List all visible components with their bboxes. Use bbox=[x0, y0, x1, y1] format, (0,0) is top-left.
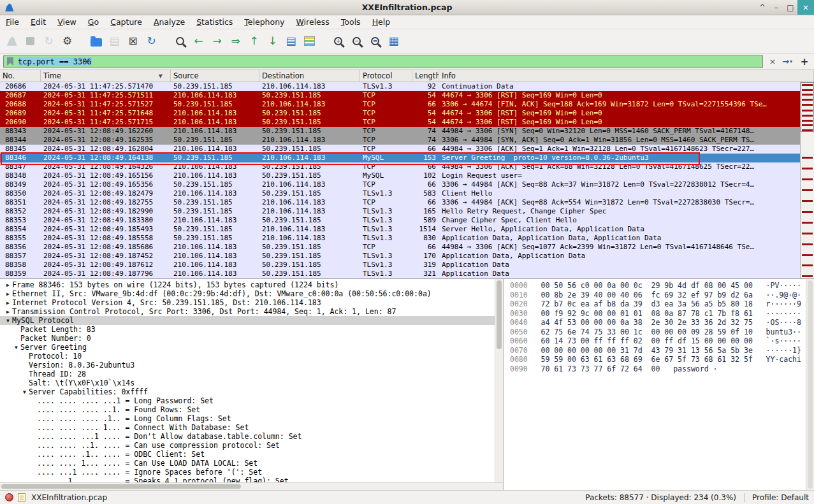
filter-clear-button[interactable]: × bbox=[766, 55, 779, 68]
details-vertical-scrollbar[interactable] bbox=[495, 279, 503, 482]
go-forward-button[interactable]: → bbox=[208, 32, 226, 50]
detail-line[interactable]: ▶Ethernet II, Src: VMware_9b:4d:df (00:0… bbox=[0, 289, 503, 298]
detail-line[interactable]: Packet Number: 0 bbox=[0, 334, 503, 343]
close-file-button[interactable]: ⊠ bbox=[124, 32, 142, 50]
packet-row[interactable]: 206902024-05-31 11:47:25.571715210.106.1… bbox=[0, 118, 800, 127]
packet-row[interactable]: 883552024-05-31 12:08:49.18555850.239.15… bbox=[0, 234, 800, 243]
collapse-icon[interactable]: ▼ bbox=[4, 316, 12, 325]
menu-item-wireless[interactable]: Wireless bbox=[291, 16, 335, 28]
go-to-packet-button[interactable]: ⇒ bbox=[226, 32, 245, 50]
hex-row[interactable]: 0070 00 00 00 00 00 00 31 7d 43 79 31 13… bbox=[510, 346, 805, 356]
stop-capture-button[interactable] bbox=[21, 32, 40, 50]
packet-row[interactable]: 883582024-05-31 12:08:49.187612210.106.1… bbox=[0, 261, 800, 270]
packet-row[interactable]: 883462024-05-31 12:08:49.16413850.239.15… bbox=[0, 154, 800, 162]
hex-row[interactable]: 0090 70 61 73 73 77 6f 72 64 00 password… bbox=[510, 364, 805, 374]
menu-item-view[interactable]: View bbox=[52, 16, 82, 28]
packet-row[interactable]: 206872024-05-31 11:47:25.571511210.106.1… bbox=[0, 91, 800, 100]
title-bar[interactable]: XXEInfiltration.pcap ^–□× bbox=[0, 0, 814, 15]
hex-row[interactable]: 0010 00 8b 2e 39 40 00 40 06 fc 69 32 ef… bbox=[510, 291, 805, 300]
menu-item-telephony[interactable]: Telephony bbox=[238, 16, 290, 28]
column-header-no[interactable]: No. bbox=[0, 70, 41, 82]
menu-item-help[interactable]: Help bbox=[367, 16, 396, 28]
expand-icon[interactable]: ▶ bbox=[4, 307, 12, 316]
packet-row[interactable]: 883592024-05-31 12:08:49.187796210.106.1… bbox=[0, 270, 800, 278]
hex-row[interactable]: 0020 72 b7 0c ea af b8 da 39 d3 ea 3a 56… bbox=[510, 299, 805, 309]
hex-row[interactable]: 0040 a4 4f 53 00 00 00 0a 38 2e 30 2e 33… bbox=[510, 318, 805, 328]
menu-item-capture[interactable]: Capture bbox=[105, 16, 148, 28]
status-profile[interactable]: Profile: Default bbox=[752, 493, 809, 502]
start-capture-button[interactable] bbox=[3, 32, 21, 50]
filter-add-button[interactable]: + bbox=[798, 55, 811, 68]
packet-row[interactable]: 206892024-05-31 11:47:25.571648210.106.1… bbox=[0, 109, 800, 118]
detail-line[interactable]: Packet Length: 83 bbox=[0, 325, 503, 334]
packet-row[interactable]: 206862024-05-31 11:47:25.57147050.239.15… bbox=[0, 82, 800, 91]
filter-bookmark-icon[interactable] bbox=[7, 57, 13, 66]
go-back-button[interactable]: ← bbox=[189, 32, 208, 50]
packet-row[interactable]: 883452024-05-31 12:08:49.162804210.106.1… bbox=[0, 145, 800, 154]
time-column-menu-icon[interactable]: ▼ bbox=[159, 73, 163, 79]
zoom-reset-button[interactable]: = bbox=[366, 32, 384, 50]
wireshark-logo-icon[interactable] bbox=[4, 3, 14, 12]
menu-item-statistics[interactable]: Statistics bbox=[191, 16, 238, 28]
display-filter-input[interactable]: tcp.port == 3306 bbox=[3, 55, 763, 68]
detail-line[interactable]: .... ..1. .... .... = Speaks 4.1 protoco… bbox=[0, 477, 503, 482]
detail-line[interactable]: .... .... ..1. .... = Can use compressio… bbox=[0, 441, 503, 450]
column-header-protocol[interactable]: Protocol bbox=[360, 70, 412, 82]
detail-line[interactable]: ▼Server Greeting bbox=[0, 343, 503, 352]
hex-row[interactable]: 0030 00 f9 92 9c 00 00 01 01 08 0a 87 78… bbox=[510, 309, 805, 319]
expand-icon[interactable]: ▶ bbox=[4, 298, 12, 307]
details-horizontal-scrollbar-thumb[interactable] bbox=[1, 484, 241, 489]
hex-row[interactable]: 0080 59 59 00 63 61 63 68 69 6e 67 5f 73… bbox=[510, 355, 805, 364]
zoom-in-button[interactable]: + bbox=[329, 32, 347, 50]
open-file-button[interactable] bbox=[87, 32, 105, 50]
hex-row[interactable]: 0050 62 75 6e 74 75 33 00 1c 00 00 00 09… bbox=[510, 328, 805, 337]
resize-columns-button[interactable]: ▦ bbox=[384, 32, 403, 50]
column-header-destination[interactable]: Destination bbox=[259, 70, 360, 82]
colorize-button[interactable] bbox=[300, 32, 319, 50]
go-last-button[interactable]: ↓ bbox=[263, 32, 282, 50]
packet-row[interactable]: 883522024-05-31 12:08:49.18299050.239.15… bbox=[0, 207, 800, 216]
packet-row[interactable]: 206882024-05-31 11:47:25.57152750.239.15… bbox=[0, 100, 800, 109]
shade-button[interactable]: ^ bbox=[755, 0, 769, 15]
packet-row[interactable]: 883482024-05-31 12:08:49.165156210.106.1… bbox=[0, 171, 800, 180]
minimize-button[interactable]: – bbox=[769, 0, 783, 15]
collapse-icon[interactable]: ▼ bbox=[12, 343, 20, 352]
details-horizontal-scrollbar[interactable] bbox=[0, 482, 503, 490]
packet-row[interactable]: 883442024-05-31 12:08:49.16253550.239.15… bbox=[0, 136, 800, 145]
detail-line[interactable]: Thread ID: 28 bbox=[0, 370, 503, 378]
packet-row[interactable]: 883472024-05-31 12:08:49.164326210.106.1… bbox=[0, 162, 800, 171]
menu-item-go[interactable]: Go bbox=[82, 16, 105, 28]
details-vertical-scrollbar-thumb[interactable] bbox=[497, 280, 502, 349]
column-header-time[interactable]: Time▼ bbox=[41, 70, 171, 82]
column-header-length[interactable]: Length bbox=[412, 70, 439, 82]
packet-row[interactable]: 883432024-05-31 12:08:49.162260210.106.1… bbox=[0, 127, 800, 136]
maximize-button[interactable]: □ bbox=[783, 0, 797, 15]
detail-line[interactable]: Version: 8.0.36-2ubuntu3 bbox=[0, 361, 503, 370]
detail-line[interactable]: ▼MySQL Protocol bbox=[0, 316, 503, 325]
close-button[interactable]: × bbox=[797, 0, 814, 15]
hex-vertical-scrollbar-thumb[interactable] bbox=[808, 280, 813, 489]
detail-line[interactable]: .... .... .... ...1 = Long Password: Set bbox=[0, 396, 503, 405]
detail-line[interactable]: Protocol: 10 bbox=[0, 352, 503, 361]
capture-options-button[interactable]: ⚙ bbox=[58, 32, 76, 50]
expand-icon[interactable]: ▶ bbox=[4, 280, 12, 289]
find-packet-button[interactable] bbox=[171, 32, 189, 50]
capture-comment-icon[interactable] bbox=[18, 493, 25, 502]
detail-line[interactable]: .... ...1 .... .... = Ignore Spaces befo… bbox=[0, 468, 503, 477]
detail-line[interactable]: .... .... ...1 .... = Don't Allow databa… bbox=[0, 432, 503, 441]
menu-item-file[interactable]: File bbox=[0, 16, 25, 28]
expert-info-icon[interactable] bbox=[5, 493, 13, 501]
packet-row[interactable]: 883512024-05-31 12:08:49.18275550.239.15… bbox=[0, 198, 800, 207]
packet-minimap[interactable] bbox=[800, 82, 814, 278]
detail-line[interactable]: ▼Server Capabilities: 0xffff bbox=[0, 387, 503, 396]
packet-row[interactable]: 883572024-05-31 12:08:49.187452210.106.1… bbox=[0, 252, 800, 261]
menu-item-edit[interactable]: Edit bbox=[25, 16, 52, 28]
detail-line[interactable]: .... .... .... .1.. = Long Column Flags:… bbox=[0, 414, 503, 423]
hex-vertical-scrollbar[interactable] bbox=[806, 279, 814, 490]
detail-line[interactable]: .... .... .1.. .... = ODBC Client: Set bbox=[0, 450, 503, 459]
detail-line[interactable]: ▶Transmission Control Protocol, Src Port… bbox=[0, 307, 503, 316]
detail-line[interactable]: ▶Frame 88346: 153 bytes on wire (1224 bi… bbox=[0, 280, 503, 289]
zoom-out-button[interactable]: − bbox=[347, 32, 366, 50]
menu-item-tools[interactable]: Tools bbox=[335, 16, 367, 28]
go-first-button[interactable]: ↑ bbox=[245, 32, 263, 50]
